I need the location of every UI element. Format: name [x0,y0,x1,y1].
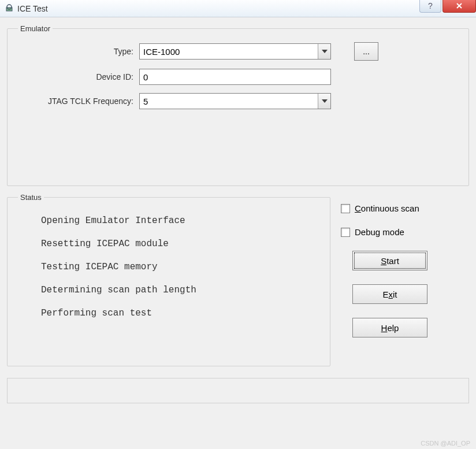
jtag-combobox[interactable] [139,93,331,109]
start-button[interactable]: Start [352,251,427,270]
type-combobox[interactable] [139,43,331,60]
close-button[interactable] [442,0,476,13]
type-input[interactable] [140,44,318,59]
context-help-button[interactable]: ? [419,0,441,13]
status-item: Testing ICEPAC memory [41,262,296,272]
browse-button[interactable]: ... [354,42,378,61]
dialog-body: Emulator Type: ... Device ID: JTAG TCLK … [0,17,476,437]
type-label: Type: [18,47,139,56]
lower-section: Status Opening Emulator Interface Resett… [7,193,469,373]
device-id-row: Device ID: [18,69,458,85]
debug-mode-checkbox[interactable]: Debug mode [341,227,469,237]
emulator-legend: Emulator [18,24,53,33]
chevron-down-icon[interactable] [318,44,330,59]
device-id-input[interactable] [139,69,331,85]
bottom-panel [7,378,469,403]
window-title: ICE Test [17,4,48,13]
help-button[interactable]: Help [352,318,427,337]
status-item: Performing scan test [41,308,296,318]
chevron-down-icon[interactable] [318,94,330,109]
continuous-scan-checkbox[interactable]: Continuous scan [341,203,469,213]
status-legend: Status [18,193,44,202]
status-item: Opening Emulator Interface [41,216,296,226]
right-panel: Continuous scan Debug mode Start Exit He… [341,193,469,373]
jtag-input[interactable] [140,94,318,109]
checkbox-icon[interactable] [341,228,350,237]
window-controls: ? [419,0,476,13]
debug-mode-label: Debug mode [355,227,404,237]
status-list: Opening Emulator Interface Resetting ICE… [18,211,319,336]
device-id-label: Device ID: [18,72,139,81]
watermark: CSDN @ADI_OP [421,440,470,447]
exit-button[interactable]: Exit [352,284,427,304]
checkbox-icon[interactable] [341,204,350,213]
app-icon [5,4,14,13]
status-item: Resetting ICEPAC module [41,239,296,249]
emulator-group: Emulator Type: ... Device ID: JTAG TCLK … [7,24,469,186]
type-row: Type: ... [18,42,458,61]
titlebar: ICE Test ? [0,0,476,17]
jtag-label: JTAG TCLK Frequency: [18,97,139,106]
status-group: Status Opening Emulator Interface Resett… [7,193,330,366]
status-item: Determining scan path length [41,285,296,295]
jtag-row: JTAG TCLK Frequency: [18,93,458,109]
continuous-scan-label: Continuous scan [355,203,419,213]
